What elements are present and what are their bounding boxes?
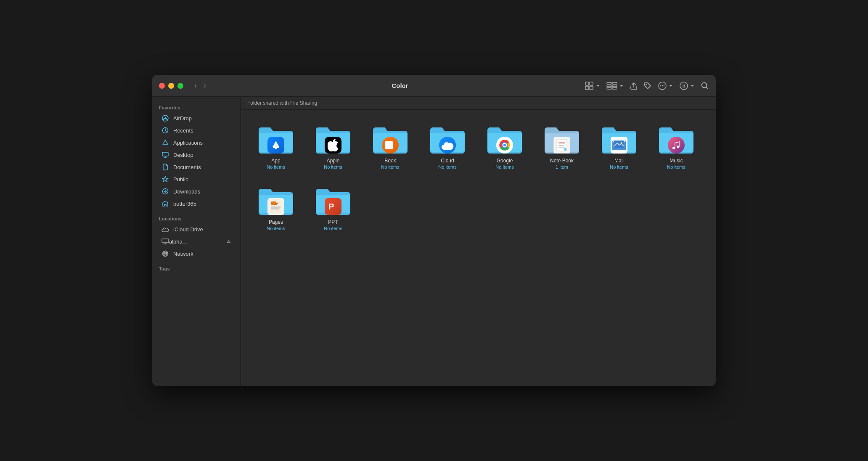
sidebar-item-icloud[interactable]: iCloud Drive	[155, 223, 238, 235]
sidebar-item-better365[interactable]: better365	[155, 198, 238, 209]
minimize-button[interactable]	[168, 83, 174, 89]
svg-rect-2	[585, 86, 589, 90]
sidebar-item-recents[interactable]: Recents	[155, 125, 238, 136]
folder-pages[interactable]: Pages No items	[251, 180, 301, 234]
more-icon[interactable]	[658, 81, 673, 90]
folder-mail[interactable]: Mail No items	[594, 118, 644, 173]
folder-icon-mail	[600, 122, 638, 155]
nav-buttons: ‹ ›	[192, 80, 209, 91]
close-button[interactable]	[159, 83, 165, 89]
folder-ppt[interactable]: P PPT No items	[308, 180, 358, 234]
forward-button[interactable]: ›	[201, 80, 209, 91]
sidebar-item-alpha[interactable]: alpha... ⏏	[155, 236, 238, 247]
action-icon[interactable]: R	[679, 81, 695, 90]
app-store-badge	[267, 137, 284, 154]
folder-icon-ppt: P	[314, 183, 352, 217]
folder-app[interactable]: App No items	[251, 118, 301, 173]
svg-point-12	[660, 85, 662, 86]
back-button[interactable]: ‹	[192, 80, 199, 91]
svg-rect-4	[607, 82, 611, 84]
tags-label: Tags	[152, 263, 240, 273]
folder-icon-pages	[257, 183, 295, 217]
alpha-icon	[161, 238, 169, 245]
sidebar-item-alpha-label: alpha...	[169, 238, 226, 245]
finder-window: ‹ › Color	[152, 75, 716, 386]
folder-name-mail: Mail	[614, 158, 624, 164]
sidebar-item-airdrop[interactable]: AirDrop	[155, 112, 238, 124]
folder-icon-cloud	[429, 122, 466, 155]
sidebar-item-desktop[interactable]: Desktop	[155, 149, 238, 161]
folder-notebook[interactable]: Note Book 1 item	[537, 118, 587, 173]
view-grid-icon[interactable]	[585, 81, 601, 90]
svg-rect-0	[585, 82, 589, 85]
folder-subtitle-cloud: No items	[438, 164, 456, 170]
folder-music[interactable]: Music No items	[651, 118, 701, 173]
sidebar-item-network[interactable]: Network	[155, 248, 238, 260]
tag-icon[interactable]	[643, 82, 652, 90]
network-icon	[161, 250, 169, 257]
folder-subtitle-notebook: 1 item	[556, 164, 568, 170]
folder-grid: App No items	[241, 110, 716, 386]
sidebar-item-documents[interactable]: Documents	[155, 161, 238, 173]
folder-subtitle-app: No items	[267, 164, 285, 170]
icloud-icon	[161, 225, 169, 233]
favorites-label: Favorites	[152, 102, 240, 112]
maximize-button[interactable]	[177, 83, 183, 89]
svg-point-13	[662, 85, 663, 86]
sidebar-item-icloud-label: iCloud Drive	[173, 226, 203, 233]
folder-subtitle-mail: No items	[610, 164, 628, 170]
svg-rect-23	[162, 239, 169, 243]
sidebar-item-documents-label: Documents	[173, 164, 201, 170]
main-panel: Folder shared with File Sharing	[241, 97, 716, 386]
toolbar-right: R	[585, 81, 709, 90]
folder-name-google: Google	[497, 158, 513, 164]
applications-icon	[161, 139, 169, 146]
svg-point-42	[621, 142, 622, 143]
svg-rect-5	[612, 82, 617, 84]
alpha-row: alpha... ⏏	[161, 238, 231, 245]
eject-button[interactable]: ⏏	[226, 238, 231, 244]
notebook-badge	[553, 137, 570, 154]
sidebar-item-network-label: Network	[173, 251, 193, 257]
cloud-badge	[439, 137, 456, 154]
apple-badge	[325, 137, 341, 154]
folder-subtitle-google: No items	[495, 164, 513, 170]
folder-name-cloud: Cloud	[441, 158, 454, 164]
folder-name-apple: Apple	[327, 158, 340, 164]
sidebar-item-applications[interactable]: Applications	[155, 137, 238, 148]
folder-subtitle-book: No items	[381, 164, 399, 170]
sidebar-item-applications-label: Applications	[173, 140, 203, 146]
svg-point-39	[564, 148, 566, 151]
chrome-badge	[496, 137, 513, 154]
sidebar-item-downloads[interactable]: Downloads	[155, 185, 238, 197]
titlebar: ‹ › Color	[152, 75, 716, 97]
info-bar: Folder shared with File Sharing	[241, 97, 716, 110]
folder-apple[interactable]: Apple No items	[308, 118, 358, 173]
svg-point-33	[503, 144, 506, 146]
public-icon	[161, 175, 169, 183]
svg-rect-6	[607, 85, 611, 87]
folder-google[interactable]: Google No items	[479, 118, 530, 173]
share-icon[interactable]	[630, 82, 638, 90]
sidebar-item-public[interactable]: Public	[155, 173, 238, 185]
folder-cloud[interactable]: Cloud No items	[422, 118, 473, 173]
svg-text:P: P	[328, 202, 334, 211]
music-badge	[668, 137, 685, 154]
book-badge	[382, 137, 399, 154]
folder-icon-music	[657, 122, 695, 155]
folder-name-notebook: Note Book	[550, 158, 574, 164]
svg-point-19	[165, 117, 166, 118]
folder-icon-google	[486, 122, 524, 155]
svg-rect-7	[612, 85, 617, 87]
folder-name-music: Music	[670, 158, 683, 164]
mail-badge	[611, 137, 627, 154]
view-list-icon[interactable]	[606, 81, 624, 90]
folder-name-ppt: PPT	[328, 219, 338, 225]
folder-book[interactable]: Book No items	[365, 118, 415, 173]
folder-name-book: Book	[384, 158, 396, 164]
search-icon[interactable]	[701, 82, 709, 90]
svg-rect-8	[607, 87, 611, 89]
svg-rect-21	[162, 152, 168, 156]
folder-icon-notebook	[543, 122, 581, 155]
locations-label: Locations	[152, 213, 240, 223]
